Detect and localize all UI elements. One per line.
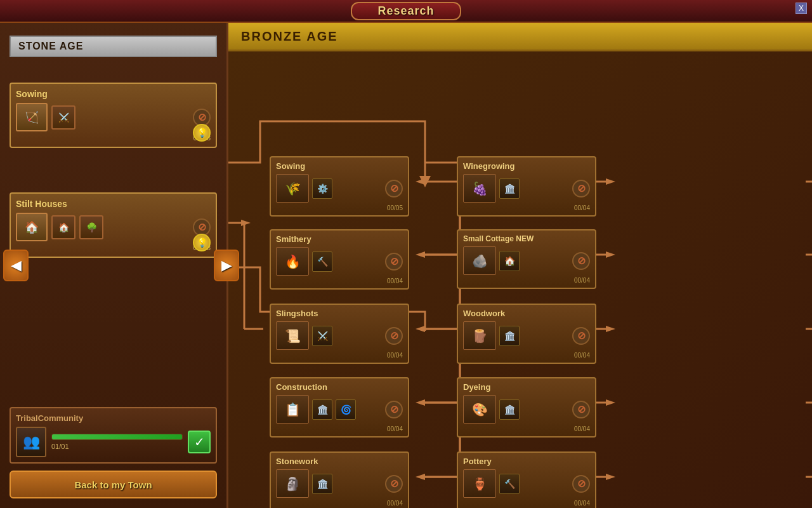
smithery-block-icon: ⊘ (385, 253, 403, 271)
left-nav-arrow[interactable]: ◀ (3, 250, 29, 281)
slingshots-sub-icon: ⚔️ (312, 326, 332, 346)
winegrowing-card[interactable]: Winegrowing 🍇 🏛️ ⊘ 00/04 (457, 156, 596, 217)
slingshots-card[interactable]: Slingshots 📜 ⚔️ ⊘ 00/04 (270, 304, 409, 364)
stilt-houses-sub2-icon: 🌳 (79, 215, 103, 239)
woodwork-title: Woodwork (463, 309, 590, 318)
woodwork-sub-icon: 🏛️ (499, 326, 520, 346)
tribal-progress-container: 01/01 (51, 434, 183, 450)
stilt-houses-lightbulb[interactable]: 💡 (193, 234, 211, 251)
dyeing-block-icon: ⊘ (572, 401, 590, 418)
small-cottage-block-icon: ⊘ (572, 252, 590, 270)
stonework-card[interactable]: Stonework 🗿 🏛️ ⊘ 00/04 (270, 451, 409, 508)
tribal-check-button[interactable]: ✓ (188, 431, 211, 453)
title-bg: Research (351, 2, 461, 20)
pottery-main-icon: 🏺 (463, 469, 496, 498)
svg-marker-16 (416, 326, 425, 332)
winegrowing-body: 🍇 🏛️ ⊘ (463, 174, 590, 203)
sowing-main-icon: 🌾 (276, 174, 309, 203)
construction-card[interactable]: Construction 📋 🏛️ 🌀 ⊘ 00/04 (270, 377, 409, 438)
dyeing-card[interactable]: Dyeing 🎨 🏛️ ⊘ 00/04 (457, 377, 596, 438)
right-nav-arrow[interactable]: ▶ (214, 250, 239, 281)
spears-sub-icon: ⚔️ (51, 105, 75, 130)
sowing-sub-icon: ⚙️ (312, 178, 332, 199)
woodwork-card[interactable]: Woodwork 🪵 🏛️ ⊘ 00/04 (457, 304, 596, 364)
stone-age-header: STONE AGE (10, 36, 217, 57)
bronze-age-title: BRONZE AGE (241, 29, 338, 44)
spears-lightbulb[interactable]: 💡 (193, 124, 211, 142)
stonework-body: 🗿 🏛️ ⊘ (276, 469, 403, 498)
spears-main-icon: 🏹 (16, 103, 48, 131)
construction-block-icon: ⊘ (385, 401, 403, 418)
winegrowing-block-icon: ⊘ (572, 180, 590, 197)
close-button[interactable]: X (796, 3, 807, 14)
svg-marker-14 (416, 251, 425, 258)
svg-marker-28 (241, 220, 251, 226)
pottery-sub-icon: 🔨 (499, 474, 520, 494)
smithery-card[interactable]: Smithery 🔥 🔨 ⊘ 00/04 (270, 229, 409, 290)
tribal-progress-bar (51, 434, 183, 440)
slingshots-body: 📜 ⚔️ ⊘ (276, 321, 403, 350)
winegrowing-sub-icon: 🏛️ (499, 178, 520, 199)
slingshots-main-icon: 📜 (276, 321, 309, 350)
winegrowing-count: 00/04 (463, 204, 590, 211)
winegrowing-title: Winegrowing (463, 161, 590, 171)
tribal-community-icon: 👥 (16, 427, 46, 457)
dyeing-title: Dyeing (463, 382, 590, 392)
pottery-count: 00/04 (463, 500, 590, 507)
dyeing-count: 00/04 (463, 425, 590, 432)
dyeing-main-icon: 🎨 (463, 395, 496, 424)
stilt-houses-progress: 00/03 (16, 244, 211, 251)
construction-title: Construction (276, 382, 403, 392)
smithery-main-icon: 🔥 (276, 247, 309, 276)
sowing-block-icon: ⊘ (385, 180, 403, 197)
tribal-community-card: TribalCommunity 👥 01/01 ✓ (10, 407, 217, 464)
small-cottage-card[interactable]: Small Cottage NEW 🪨 🏠 ⊘ 00/04 (457, 229, 596, 289)
woodwork-body: 🪵 🏛️ ⊘ (463, 321, 590, 350)
dyeing-sub-icon: 🏛️ (499, 399, 520, 420)
stonework-main-icon: 🗿 (276, 469, 309, 498)
woodwork-block-icon: ⊘ (572, 327, 590, 345)
slingshots-title: Slingshots (276, 309, 403, 318)
winegrowing-main-icon: 🍇 (463, 174, 496, 203)
back-to-town-button[interactable]: Back to my Town (10, 471, 217, 498)
stilt-houses-title: Stilt Houses (16, 199, 211, 209)
construction-main-icon: 📋 (276, 395, 309, 424)
sowing-title: Sowing (276, 161, 403, 171)
sowing-count: 00/05 (276, 204, 403, 211)
stonework-sub-icon: 🏛️ (312, 474, 332, 494)
tribal-progress-fill (52, 434, 182, 439)
smithery-count: 00/04 (276, 277, 403, 284)
research-tree: Sowing 🌾 ⚙️ ⊘ 00/05 Smithery 🔥 🔨 ⊘ (228, 51, 812, 508)
construction-body: 📋 🏛️ 🌀 ⊘ (276, 395, 403, 424)
woodwork-count: 00/04 (463, 352, 590, 359)
svg-marker-12 (416, 178, 425, 185)
spears-icons: 🏹 ⚔️ ⊘ (16, 103, 211, 131)
construction-sub2-icon: 🌀 (336, 399, 356, 420)
window-title: Research (377, 4, 434, 17)
svg-marker-20 (416, 474, 425, 480)
tribal-progress-text: 01/01 (51, 443, 183, 450)
content-area: BRONZE AGE (228, 23, 812, 508)
stilt-houses-main-icon: 🏠 (16, 213, 48, 241)
sowing-body: 🌾 ⚙️ ⊘ (276, 174, 403, 203)
smithery-sub-icon: 🔨 (312, 251, 332, 272)
main-layout: STONE AGE ◀ Sowing 🏹 ⚔️ ⊘ 00/03 💡 Stilt … (0, 23, 812, 508)
svg-marker-2 (606, 326, 615, 332)
bronze-age-header: BRONZE AGE (228, 23, 812, 51)
stonework-block-icon: ⊘ (385, 475, 403, 493)
tribal-community-row: 👥 01/01 ✓ (16, 427, 211, 457)
woodwork-main-icon: 🪵 (463, 321, 496, 350)
construction-count: 00/04 (276, 425, 403, 432)
small-cottage-count: 00/04 (463, 277, 590, 284)
pottery-card[interactable]: Pottery 🏺 🔨 ⊘ 00/04 (457, 451, 596, 508)
svg-marker-0 (606, 178, 615, 185)
dyeing-body: 🎨 🏛️ ⊘ (463, 395, 590, 424)
stilt-houses-icons: 🏠 🏠 🌳 ⊘ (16, 213, 211, 241)
sidebar: STONE AGE ◀ Sowing 🏹 ⚔️ ⊘ 00/03 💡 Stilt … (0, 23, 228, 508)
sowing-card[interactable]: Sowing 🌾 ⚙️ ⊘ 00/05 (270, 156, 409, 217)
smithery-body: 🔥 🔨 ⊘ (276, 247, 403, 276)
slingshots-count: 00/04 (276, 352, 403, 359)
tribal-community-title: TribalCommunity (16, 413, 211, 423)
slingshots-block-icon: ⊘ (385, 327, 403, 345)
svg-marker-3 (606, 399, 615, 406)
